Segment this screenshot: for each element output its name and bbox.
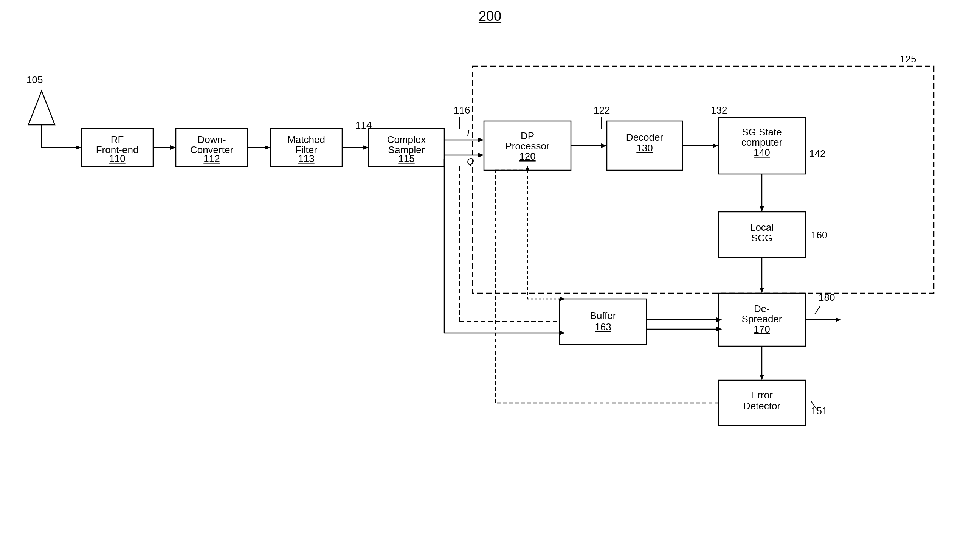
svg-text:Processor: Processor <box>505 140 549 152</box>
label-160: 160 <box>811 229 827 241</box>
svg-marker-54 <box>760 206 764 212</box>
svg-marker-79 <box>716 327 722 331</box>
svg-marker-91 <box>560 297 565 301</box>
label-122: 122 <box>593 104 610 116</box>
diagram-container: 200 105 RF Front-end 110 Down- <box>0 0 980 538</box>
svg-text:computer: computer <box>741 137 783 148</box>
svg-text:112: 112 <box>204 153 220 164</box>
diagram-title: 200 <box>479 8 501 24</box>
svg-text:113: 113 <box>298 153 314 164</box>
svg-marker-16 <box>265 145 270 150</box>
svg-marker-4 <box>76 145 81 150</box>
svg-text:140: 140 <box>754 147 770 158</box>
de-spreader-box: De- Spreader 170 <box>718 293 805 346</box>
svg-marker-65 <box>835 318 841 322</box>
antenna-symbol: 105 <box>27 74 81 150</box>
down-converter-box: Down- Converter 112 <box>176 129 270 166</box>
complex-sampler-box: Complex Sampler 115 <box>369 129 444 166</box>
svg-rect-29 <box>473 66 934 293</box>
svg-text:I: I <box>467 128 469 138</box>
svg-line-66 <box>815 306 821 314</box>
svg-marker-68 <box>760 375 764 380</box>
svg-text:Local: Local <box>750 222 773 233</box>
label-125: 125 <box>900 53 916 65</box>
svg-text:Error: Error <box>751 389 773 401</box>
label-142: 142 <box>809 148 826 159</box>
svg-marker-10 <box>170 145 176 150</box>
svg-text:DP: DP <box>520 130 534 142</box>
label-180: 180 <box>819 292 835 303</box>
svg-marker-0 <box>29 91 55 125</box>
svg-text:RF: RF <box>111 134 124 145</box>
label-116: 116 <box>454 104 470 116</box>
matched-filter-box: Matched Filter 113 <box>270 129 369 166</box>
svg-text:Complex: Complex <box>387 134 426 145</box>
svg-text:Decoder: Decoder <box>626 132 663 143</box>
svg-marker-41 <box>601 144 607 148</box>
sg-state-computer-box: SG State computer 140 <box>718 117 805 174</box>
dp-processor-box: DP Processor 120 <box>484 121 571 170</box>
decoder-box: Decoder 130 <box>607 121 682 170</box>
svg-text:Down-: Down- <box>197 134 226 145</box>
antenna-label: 105 <box>27 74 43 86</box>
svg-text:120: 120 <box>519 150 535 162</box>
svg-text:163: 163 <box>595 321 611 332</box>
svg-marker-59 <box>760 287 764 293</box>
local-scg-box: Local SCG <box>718 212 805 257</box>
svg-text:SG State: SG State <box>742 126 782 138</box>
error-detector-box: Error Detector <box>718 380 805 426</box>
buffer-box: Buffer 163 <box>560 299 646 344</box>
rf-frontend-box: RF Front-end 110 <box>81 129 176 166</box>
svg-text:110: 110 <box>109 153 125 164</box>
svg-text:SCG: SCG <box>751 232 772 244</box>
svg-text:Buffer: Buffer <box>590 310 616 321</box>
label-132: 132 <box>711 104 727 116</box>
svg-text:Q: Q <box>467 156 474 166</box>
svg-marker-34 <box>478 153 484 157</box>
svg-text:130: 130 <box>636 142 652 153</box>
label-151: 151 <box>811 405 827 417</box>
svg-marker-31 <box>478 138 484 142</box>
svg-text:Matched: Matched <box>287 134 325 145</box>
svg-text:Spreader: Spreader <box>742 313 782 325</box>
label-114: 114 <box>355 120 372 131</box>
svg-text:De-: De- <box>754 303 770 314</box>
svg-text:115: 115 <box>398 153 414 164</box>
svg-marker-77 <box>716 318 722 322</box>
svg-marker-86 <box>560 330 565 335</box>
svg-text:170: 170 <box>754 324 770 335</box>
svg-text:Detector: Detector <box>743 400 781 412</box>
svg-marker-23 <box>363 145 369 150</box>
svg-marker-47 <box>713 144 718 148</box>
